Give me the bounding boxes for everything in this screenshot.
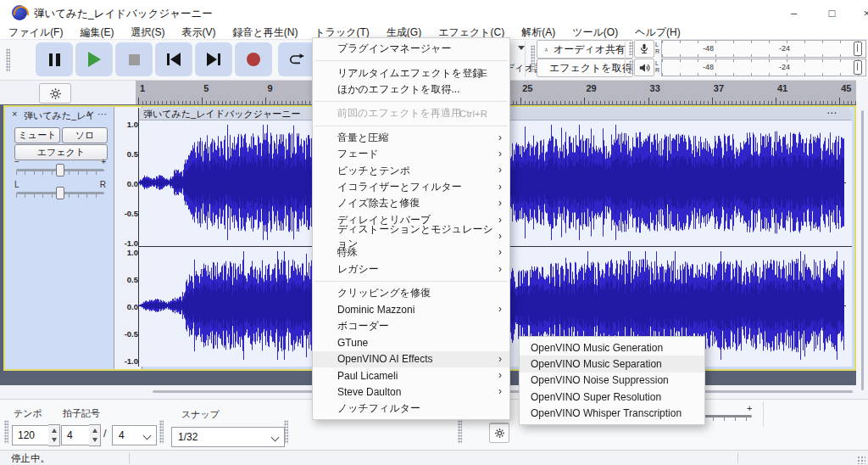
meter-left-label: L bbox=[655, 42, 659, 48]
menu-item[interactable]: ほかのエフェクトを取得... bbox=[313, 81, 509, 98]
recording-meter[interactable]: L R -48 -24 bbox=[629, 40, 865, 56]
pause-button[interactable] bbox=[36, 42, 73, 76]
tempo-input[interactable]: 120 bbox=[12, 425, 49, 445]
playback-meter-bar[interactable]: -48 -24 bbox=[661, 59, 866, 76]
stop-button[interactable] bbox=[115, 42, 153, 76]
menu-item[interactable]: OpenVINO Whisper Transcription bbox=[520, 406, 704, 422]
toolbar-grip[interactable] bbox=[159, 420, 164, 444]
snap-select[interactable]: 1/32 bbox=[171, 427, 285, 447]
menubar-item[interactable]: ファイル(F) bbox=[0, 25, 71, 39]
menu-item[interactable]: レガシー› bbox=[313, 261, 509, 277]
menubar-item[interactable]: 録音と再生(N) bbox=[224, 25, 306, 39]
playback-volume-slider[interactable] bbox=[854, 60, 862, 75]
skip-to-start-button[interactable] bbox=[155, 42, 192, 76]
record-button[interactable] bbox=[235, 42, 272, 76]
menubar-item[interactable]: 編集(E) bbox=[71, 25, 122, 39]
menu-item[interactable]: OpenVINO Music Generation bbox=[520, 339, 704, 356]
audio-share-label: オーディオ共有 bbox=[554, 42, 626, 57]
menu-item[interactable]: Steve Daulton› bbox=[313, 384, 509, 400]
selection-gear-button[interactable] bbox=[489, 423, 509, 443]
menu-item[interactable]: プラグインマネージャー bbox=[313, 41, 509, 57]
recording-meter-bar[interactable]: -48 -24 bbox=[661, 40, 866, 58]
meter-tick-label: -48 bbox=[703, 63, 714, 71]
toolbar-grip[interactable] bbox=[629, 60, 633, 74]
get-effects-button[interactable]: エフェクトを取得 bbox=[537, 59, 633, 77]
playback-meter[interactable]: L R -48 -24 bbox=[629, 59, 865, 75]
gain-slider-thumb[interactable] bbox=[56, 164, 64, 176]
menu-item[interactable]: クリッピングを修復 bbox=[313, 285, 509, 301]
track-effects-button[interactable]: エフェクト bbox=[14, 144, 108, 160]
toolbar-grip[interactable] bbox=[458, 420, 462, 444]
menu-item[interactable]: 音量と圧縮› bbox=[313, 130, 509, 146]
snap-label: スナップ bbox=[181, 408, 220, 421]
vertical-scrollbar[interactable] bbox=[856, 80, 868, 399]
menu-item[interactable]: イコライザーとフィルター› bbox=[313, 179, 509, 195]
vertical-scrollbar-thumb[interactable] bbox=[861, 110, 864, 390]
loop-button[interactable] bbox=[278, 42, 315, 76]
play-button[interactable] bbox=[75, 42, 113, 76]
track-close-icon[interactable]: × bbox=[12, 109, 17, 119]
menu-item[interactable]: GTune bbox=[313, 334, 509, 350]
timesig-spinner[interactable] bbox=[89, 424, 101, 446]
menu-item[interactable]: OpenVINO Noise Suppression bbox=[520, 373, 704, 389]
menu-item[interactable]: OpenVINO Music Separation bbox=[520, 356, 704, 372]
toolbar-grip[interactable] bbox=[531, 45, 535, 72]
close-button[interactable]: × bbox=[848, 0, 868, 25]
effect-menu-popup: プラグインマネージャーリアルタイムエフェクトを登録Eほかのエフェクトを取得...… bbox=[312, 37, 510, 420]
recording-volume-slider[interactable] bbox=[854, 42, 862, 56]
skip-to-end-button[interactable] bbox=[195, 42, 232, 76]
track-control-panel[interactable]: × 弾いてみた_レイ ∧ ⋯ ミュート ソロ エフェクト − + L R bbox=[5, 107, 114, 369]
meter-left-label: L bbox=[655, 60, 659, 66]
resize-grip-icon[interactable] bbox=[857, 456, 865, 464]
timesig-upper-input[interactable]: 4 bbox=[61, 425, 90, 445]
mute-button[interactable]: ミュート bbox=[14, 127, 60, 143]
menu-item[interactable]: OpenVINO Super Resolution bbox=[520, 389, 704, 405]
timesig-label: 拍子記号 bbox=[63, 407, 100, 420]
tempo-spinner[interactable] bbox=[48, 424, 60, 446]
audio-share-button[interactable]: オーディオ共有 bbox=[537, 40, 633, 59]
submenu-arrow-icon: › bbox=[498, 148, 502, 160]
timesig-lower-select[interactable]: 4 bbox=[112, 425, 157, 445]
menu-item[interactable]: ノッチフィルター bbox=[313, 401, 509, 417]
scale-label: 0.0 bbox=[127, 179, 138, 188]
menu-item[interactable]: リアルタイムエフェクトを登録E bbox=[313, 64, 509, 81]
menu-item[interactable]: ディストーションとモジュレーション› bbox=[313, 228, 509, 244]
timesig-slash: / bbox=[103, 427, 107, 440]
menu-item[interactable]: 特殊› bbox=[313, 244, 509, 261]
menu-item[interactable]: ピッチとテンポ› bbox=[313, 162, 509, 178]
ruler-label: 5 bbox=[203, 83, 209, 93]
ruler-label: 25 bbox=[522, 83, 532, 93]
menubar-item[interactable]: 解析(A) bbox=[513, 25, 564, 39]
minimize-button[interactable]: – bbox=[775, 0, 813, 25]
mic-button[interactable] bbox=[634, 40, 654, 58]
menubar-item[interactable]: 選択(S) bbox=[122, 25, 173, 39]
track-menu-icon[interactable]: ⋯ bbox=[97, 109, 107, 120]
scale-label: 0.0 bbox=[127, 302, 138, 311]
toolbar-grip[interactable] bbox=[6, 48, 10, 72]
gain-plus-label: + bbox=[101, 157, 106, 166]
title-bar[interactable]: 弾いてみた_レイドバックジャーニー – □ × bbox=[0, 0, 868, 25]
toolbar-grip[interactable] bbox=[284, 420, 288, 444]
mic-icon bbox=[638, 42, 650, 55]
maximize-button[interactable]: □ bbox=[813, 0, 851, 25]
menu-item[interactable]: Dominic Mazzoni› bbox=[313, 301, 509, 317]
menu-item[interactable]: Paul Licameli› bbox=[313, 367, 509, 384]
toolbar-grip[interactable] bbox=[4, 420, 8, 444]
scale-label: -0.5 bbox=[125, 329, 138, 339]
pan-slider-thumb[interactable] bbox=[56, 187, 64, 199]
ruler-label: 9 bbox=[267, 83, 272, 93]
get-effects-label: エフェクトを取得 bbox=[549, 61, 632, 76]
menu-item[interactable]: フェード› bbox=[313, 146, 509, 162]
menubar-item[interactable]: ヘルプ(H) bbox=[626, 25, 689, 39]
solo-button[interactable]: ソロ bbox=[62, 127, 108, 143]
menubar-item[interactable]: ツール(O) bbox=[564, 25, 626, 39]
toolbar-grip[interactable] bbox=[629, 42, 633, 55]
track-collapse-icon[interactable]: ∧ bbox=[86, 109, 92, 118]
menu-item[interactable]: OpenVINO AI Effects› bbox=[313, 351, 509, 367]
menu-item[interactable]: ボコーダー bbox=[313, 318, 509, 334]
clip-menu-icon[interactable]: ⋯ bbox=[826, 107, 837, 119]
menu-item[interactable]: ノイズ除去と修復› bbox=[313, 195, 509, 211]
timeline-options-button[interactable] bbox=[39, 83, 71, 104]
menubar-item[interactable]: 表示(V) bbox=[173, 25, 224, 39]
speaker-button[interactable] bbox=[634, 59, 654, 76]
